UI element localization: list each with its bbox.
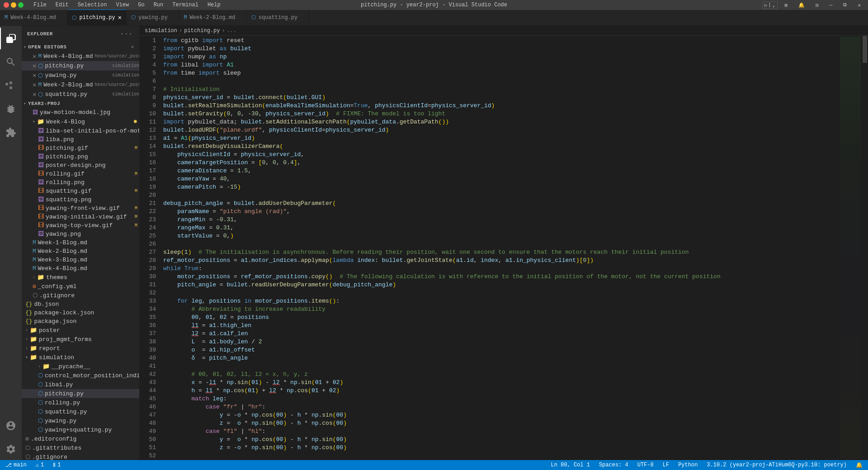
status-notifications[interactable]: 🔔 <box>854 462 864 469</box>
close-icon-squatting[interactable]: ✕ <box>33 90 36 98</box>
file-yawing-front-gif[interactable]: 🎞 yawing-front-view.gif M <box>22 204 139 213</box>
folder-themes[interactable]: 📁 themes <box>22 273 139 282</box>
file-squatting-png[interactable]: 🖼 squatting.png <box>22 195 139 204</box>
file-pitching-png[interactable]: 🖼 pitching.png <box>22 152 139 161</box>
status-spaces[interactable]: Spaces: 4 <box>597 462 630 468</box>
file-pitching-gif[interactable]: 🎞 pitching.gif M <box>22 144 139 152</box>
activity-account[interactable] <box>0 415 22 437</box>
status-warnings[interactable]: Ⅱ 1 <box>51 462 62 469</box>
file-week4-blog-md[interactable]: M Week-4-Blog.md <box>22 264 139 273</box>
tab-close-pitching[interactable]: ✕ <box>118 14 122 21</box>
file-liba1-py[interactable]: ⬡ liba1.py <box>22 380 139 389</box>
notifications-btn[interactable]: 🔔 <box>795 0 808 10</box>
file-package-json[interactable]: {} package.json <box>22 317 139 326</box>
menu-view[interactable]: View <box>113 2 132 8</box>
file-package-lock[interactable]: {} package-lock.json <box>22 309 139 317</box>
activity-settings[interactable] <box>0 438 22 460</box>
file-rolling-png[interactable]: 🖼 rolling.png <box>22 178 139 187</box>
file-yawing-py[interactable]: ⬡ yawing.py <box>22 416 139 425</box>
file-week2-blog[interactable]: M Week-2-Blog.md <box>22 247 139 256</box>
folder-pycache[interactable]: 📁 __pycache__ <box>22 362 139 371</box>
activity-explorer[interactable] <box>0 28 22 49</box>
tab-squatting[interactable]: ⬡ squatting.py ✕ <box>247 9 309 25</box>
close-window-btn[interactable] <box>4 2 9 8</box>
menu-go[interactable]: Go <box>135 2 147 8</box>
open-editor-squatting[interactable]: ✕ ⬡ squatting.py simulation <box>22 90 139 99</box>
folder-proj-mgmt[interactable]: 📁 proj_mgmt_forms <box>22 335 139 344</box>
file-rolling-gif[interactable]: 🎞 rolling.gif M <box>22 170 139 178</box>
file-liba-set[interactable]: 🖼 liba-set-initial-pos-of-motors.png <box>22 127 139 135</box>
open-editors-header[interactable]: OPEN EDITORS ✕ <box>22 42 139 52</box>
file-editorconfig[interactable]: ⚙ .editorconfig <box>22 434 139 443</box>
close-btn[interactable]: ✕ <box>854 0 864 10</box>
status-interpreter[interactable]: 3.10.2 (year2-proj-ATiHum6Q-py3.10: poet… <box>705 462 849 468</box>
close-icon-pitching[interactable]: ✕ <box>33 62 36 70</box>
code-editor[interactable]: from cgitb import reset import pybullet … <box>160 36 839 460</box>
restore-btn[interactable]: ⧉ <box>840 0 850 10</box>
file-poster-design[interactable]: 🖼 poster-design.png <box>22 161 139 170</box>
close-icon-week4[interactable]: ✕ <box>33 52 36 60</box>
open-editor-week2[interactable]: ✕ M Week-2-Blog.md hexo/source/_posts <box>22 80 139 90</box>
close-icon-week2[interactable]: ✕ <box>33 81 36 89</box>
sidebar-more-btn[interactable]: ··· <box>119 29 134 38</box>
status-language[interactable]: Python <box>676 462 699 468</box>
file-week3-blog[interactable]: M Week-3-Blog.md <box>22 256 139 264</box>
run-button[interactable]: ▷ | ⌄ <box>762 1 778 9</box>
folder-simulation[interactable]: 📁 simulation <box>22 353 139 362</box>
open-editor-yawing[interactable]: ✕ ⬡ yawing.py simulation <box>22 71 139 80</box>
file-yaw-model[interactable]: 🖼 yaw-motion-model.jpg <box>22 108 139 117</box>
file-gitattributes[interactable]: ⬡ .gitattributes <box>22 443 139 452</box>
file-liba-png[interactable]: 🖼 liba.png <box>22 135 139 144</box>
file-squatting-gif[interactable]: 🎞 squatting.gif M <box>22 187 139 195</box>
file-control-motor[interactable]: ⬡ control_motor_position_individually.py <box>22 371 139 380</box>
file-config-yml[interactable]: ⚙ _config.yml <box>22 282 139 291</box>
menu-help[interactable]: Help <box>205 2 223 8</box>
close-icon-yawing[interactable]: ✕ <box>33 71 36 79</box>
status-branch[interactable]: ⎇ main <box>4 462 28 469</box>
close-all-editors-btn[interactable]: ✕ <box>131 44 134 50</box>
editor-scrollbar[interactable] <box>862 36 868 460</box>
menu-terminal[interactable]: Terminal <box>170 2 201 8</box>
project-header[interactable]: YEAR2-PROJ <box>22 99 139 108</box>
open-editor-pitching[interactable]: ✕ ⬡ pitching.py simulation <box>22 61 139 71</box>
minimize-btn[interactable]: — <box>826 0 836 10</box>
file-week1-blog[interactable]: M Week-1-Blog.md <box>22 238 139 247</box>
tab-pitching[interactable]: ⬡ pitching.py ✕ <box>67 9 127 25</box>
file-squatting-py[interactable]: ⬡ squatting.py <box>22 407 139 416</box>
tab-week4blog[interactable]: M Week-4-Blog.md ✕ <box>0 9 67 25</box>
activity-search[interactable] <box>0 51 22 73</box>
file-rolling-py[interactable]: ⬡ rolling.py <box>22 398 139 407</box>
breadcrumb-simulation[interactable]: simulation <box>145 28 177 34</box>
menu-run[interactable]: Run <box>151 2 166 8</box>
file-yawing-png[interactable]: 🖼 yawing.png <box>22 230 139 238</box>
folder-week4-blog[interactable]: 📁 Week-4-Blog ● <box>22 117 139 127</box>
open-editor-week4[interactable]: ✕ M Week-4-Blog.md hexo/source/_posts <box>22 52 139 61</box>
menu-selection[interactable]: Selection <box>75 2 110 8</box>
activity-scm[interactable] <box>0 75 22 96</box>
remote-indicator[interactable]: ⊞ <box>781 0 792 10</box>
file-yawing-squatting[interactable]: ⬡ yawing+squatting.py <box>22 425 139 434</box>
folder-poster[interactable]: 📁 poster <box>22 326 139 335</box>
file-pitching-py[interactable]: ⬡ pitching.py <box>22 389 139 398</box>
menu-edit[interactable]: Edit <box>53 2 71 8</box>
tab-week2blog[interactable]: M Week-2-Blog.md ✕ <box>179 9 246 25</box>
file-gitignore-root[interactable]: ⬡ .gitignore <box>22 452 139 460</box>
file-gitignore-hexo[interactable]: ⬡ .gitignore <box>22 291 139 300</box>
status-eol[interactable]: LF <box>661 462 671 468</box>
layout-btn[interactable]: ⊟ <box>812 0 822 10</box>
breadcrumb-pitching[interactable]: pitching.py <box>184 28 220 34</box>
status-encoding[interactable]: UTF-8 <box>636 462 656 468</box>
folder-report[interactable]: 📁 report <box>22 344 139 353</box>
menu-file[interactable]: File <box>31 2 49 8</box>
activity-debug[interactable] <box>0 98 22 120</box>
activity-extensions[interactable] <box>0 122 22 143</box>
status-cursor-pos[interactable]: Ln 80, Col 1 <box>549 462 591 468</box>
tab-yawing[interactable]: ⬡ yawing.py ✕ <box>127 9 179 25</box>
maximize-window-btn[interactable] <box>18 2 24 8</box>
file-yawing-top-gif[interactable]: 🎞 yawing-top-view.gif M <box>22 221 139 230</box>
minimize-window-btn[interactable] <box>11 2 16 8</box>
editor-scroll-thumb[interactable] <box>863 36 867 63</box>
status-errors[interactable]: ⚠ 1 <box>34 462 46 469</box>
file-db-json[interactable]: {} db.json <box>22 300 139 309</box>
file-yawing-initial-gif[interactable]: 🎞 yawing-initial-view.gif M <box>22 213 139 221</box>
